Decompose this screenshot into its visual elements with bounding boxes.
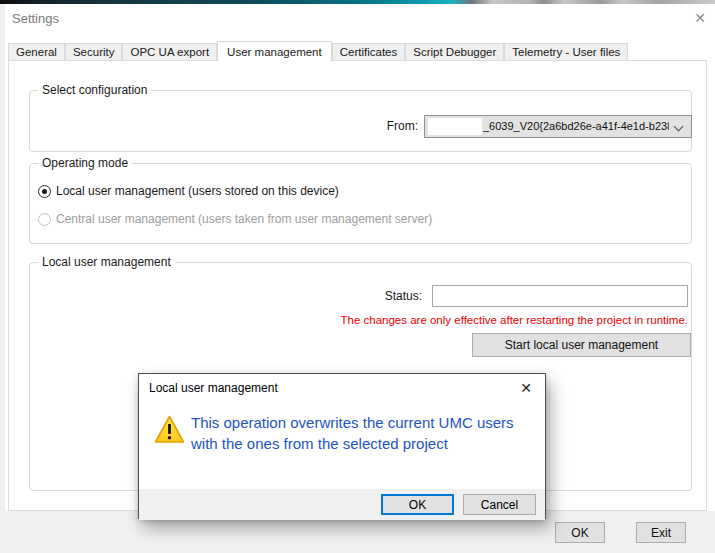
message-box-cancel-button[interactable]: Cancel	[463, 494, 536, 515]
runtime-warning-text: The changes are only effective after res…	[340, 314, 688, 326]
message-box-body: This operation overwrites the current UM…	[139, 402, 545, 489]
radio-local-user-management[interactable]: Local user management (users stored on t…	[38, 184, 339, 198]
message-box-footer: OK Cancel	[139, 489, 545, 520]
tab-certificates[interactable]: Certificates	[332, 43, 406, 60]
combobox-value: _6039_V20{2a6bd26e-a41f-4e1d-b238-10ec4a…	[483, 116, 669, 137]
select-configuration-group: Select configuration From: _6039_V20{2a6…	[29, 90, 692, 152]
close-icon[interactable]: ✕	[516, 378, 536, 398]
message-box-text: This operation overwrites the current UM…	[191, 412, 539, 454]
local-user-management-message-box: Local user management ✕ This operation o…	[138, 373, 546, 519]
from-label: From:	[330, 119, 418, 133]
message-box-titlebar: Local user management ✕	[139, 374, 545, 402]
start-local-user-management-button[interactable]: Start local user management	[472, 333, 691, 357]
tab-security[interactable]: Security	[65, 43, 123, 60]
radio-label: Local user management (users stored on t…	[56, 184, 339, 198]
chevron-down-icon[interactable]	[674, 122, 684, 132]
tab-opc-ua-export[interactable]: OPC UA export	[122, 43, 217, 60]
screen: Settings ✕ General Security OPC UA expor…	[0, 0, 715, 553]
message-line-2: with the ones from the selected project	[191, 433, 539, 454]
group-legend: Local user management	[38, 255, 175, 269]
tab-telemetry-user-files[interactable]: Telemetry - User files	[504, 43, 628, 60]
message-box-title: Local user management	[149, 381, 278, 395]
group-legend: Select configuration	[38, 83, 151, 97]
window-title: Settings	[12, 11, 59, 26]
group-legend: Operating mode	[38, 156, 132, 170]
exit-button[interactable]: Exit	[636, 522, 686, 543]
ok-button[interactable]: OK	[555, 522, 605, 543]
tab-general[interactable]: General	[8, 43, 65, 60]
status-label: Status:	[330, 289, 422, 303]
radio-label: Central user management (users taken fro…	[56, 212, 432, 226]
window-frame-edge	[0, 4, 5, 511]
tab-script-debugger[interactable]: Script Debugger	[405, 43, 504, 60]
radio-disabled-icon	[38, 213, 51, 226]
message-box-ok-button[interactable]: OK	[381, 494, 454, 515]
background-apps-strip	[0, 0, 715, 4]
tab-user-management[interactable]: User management	[217, 41, 332, 61]
message-line-1: This operation overwrites the current UM…	[191, 412, 539, 433]
close-icon[interactable]: ✕	[690, 8, 710, 28]
tab-strip: General Security OPC UA export User mana…	[8, 40, 628, 61]
operating-mode-group: Operating mode Local user management (us…	[29, 163, 692, 244]
radio-central-user-management: Central user management (users taken fro…	[38, 212, 432, 226]
warning-triangle-icon	[154, 415, 185, 444]
configuration-combobox[interactable]: _6039_V20{2a6bd26e-a41f-4e1d-b238-10ec4a…	[424, 115, 692, 138]
redaction-patch	[428, 118, 482, 135]
status-input[interactable]	[432, 285, 688, 307]
radio-checked-icon[interactable]	[38, 185, 51, 198]
